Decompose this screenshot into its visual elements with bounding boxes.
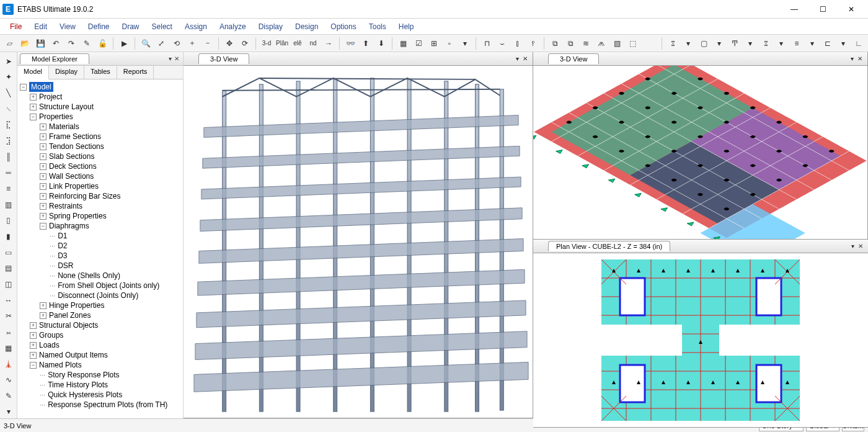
view-right-top-canvas[interactable] <box>533 66 867 239</box>
tree-named-output[interactable]: Named Output Items <box>39 350 108 360</box>
menu-view[interactable]: View <box>53 20 82 34</box>
collapse-icon[interactable]: − <box>30 114 37 120</box>
expand-icon[interactable]: + <box>30 342 37 349</box>
mode-icon[interactable]: ⫿ <box>511 37 525 50</box>
panel-dropdown-icon[interactable]: ▾ <box>169 55 172 62</box>
tree-deck-sections[interactable]: Deck Sections <box>49 161 97 171</box>
menu-assign[interactable]: Assign <box>179 20 213 34</box>
tree-loads[interactable]: Loads <box>39 340 60 350</box>
expand-icon[interactable]: + <box>30 94 37 101</box>
tree-properties[interactable]: Properties <box>39 112 73 122</box>
wall-icon[interactable]: ▧ <box>610 37 624 50</box>
tree-materials[interactable]: Materials <box>49 122 79 132</box>
rectbrace-icon[interactable]: ⣏ <box>2 119 16 132</box>
explorer-tab-display[interactable]: Display <box>49 66 84 79</box>
tree-link-properties[interactable]: Link Properties <box>49 181 99 191</box>
curve-icon[interactable]: ∿ <box>2 373 16 387</box>
tree-response-spectrum[interactable]: Response Spectrum Plots (from TH) <box>48 400 167 410</box>
model-explorer-tab[interactable]: Model Explorer <box>20 53 89 64</box>
tree-project[interactable]: Project <box>39 92 62 102</box>
expand-icon[interactable]: + <box>30 332 37 339</box>
channel-icon[interactable]: ⊏ <box>821 37 835 50</box>
beam-icon[interactable]: ═ <box>2 166 16 180</box>
menu-analyze[interactable]: Analyze <box>213 20 252 34</box>
opening-icon[interactable]: ▭ <box>2 246 16 259</box>
view-dd-icon[interactable]: ▾ <box>516 55 519 62</box>
undo-icon[interactable]: ↶ <box>49 37 63 50</box>
tree-d1[interactable]: D1 <box>58 231 67 241</box>
channel-dd-icon[interactable]: ▾ <box>836 37 850 50</box>
tree-named-plots[interactable]: Named Plots <box>39 360 82 370</box>
show-labels-icon[interactable]: ☑ <box>412 37 425 50</box>
tree-reinforcing-bar[interactable]: Reinforcing Bar Sizes <box>49 191 120 201</box>
paste-section-icon[interactable]: ⧉ <box>564 37 577 50</box>
zoom-out-icon[interactable]: － <box>201 37 215 50</box>
span-icon[interactable]: ≋ <box>579 37 593 50</box>
walls-icon[interactable]: ▮ <box>2 230 16 243</box>
second-icon[interactable]: ≡ <box>2 182 16 196</box>
box-dd-icon[interactable]: ▾ <box>712 37 726 50</box>
collapse-icon[interactable]: − <box>40 223 46 230</box>
floor-icon[interactable]: ▥ <box>2 198 16 212</box>
expand-icon[interactable]: + <box>30 322 37 329</box>
plate-sect-dd-icon[interactable]: ▾ <box>805 37 819 50</box>
tree-dsr[interactable]: DSR <box>58 261 73 271</box>
view-close-icon[interactable]: ✕ <box>523 55 528 62</box>
more-dd-icon[interactable]: ▾ <box>2 405 16 418</box>
angle-icon[interactable]: ∟ <box>852 37 866 50</box>
menu-help[interactable]: Help <box>392 20 420 34</box>
menu-options[interactable]: Options <box>324 20 362 34</box>
truss-icon[interactable]: ⩕ <box>595 37 608 50</box>
expand-icon[interactable]: + <box>40 312 46 319</box>
zoom-in-icon[interactable]: ＋ <box>185 37 199 50</box>
menu-define[interactable]: Define <box>82 20 116 34</box>
expand-icon[interactable]: + <box>40 302 46 309</box>
defl-icon[interactable]: ⌣ <box>495 37 509 50</box>
column-icon[interactable]: ║ <box>2 150 16 164</box>
expand-icon[interactable]: + <box>40 133 46 140</box>
expand-icon[interactable]: + <box>40 124 46 130</box>
menu-file[interactable]: File <box>4 20 28 34</box>
graph-icon[interactable]: ⫯ <box>526 37 540 50</box>
arrow-right-icon[interactable]: → <box>322 37 335 50</box>
tee-icon[interactable]: Ͳ <box>728 37 742 50</box>
line2-icon[interactable]: ⟍ <box>2 102 16 116</box>
reshape-icon[interactable]: ✦ <box>2 71 16 84</box>
minimize-button[interactable]: — <box>780 0 808 19</box>
tree-tendon-sections[interactable]: Tendon Sections <box>49 142 104 151</box>
join-icon[interactable]: ⨝ <box>2 325 16 339</box>
plate-sect-icon[interactable]: ≡ <box>790 37 804 50</box>
zoom-previous-icon[interactable]: ⟲ <box>170 37 184 50</box>
panel-close-icon[interactable]: ✕ <box>174 55 179 62</box>
expand-icon[interactable]: + <box>40 143 46 150</box>
wall-draw-icon[interactable]: ▯ <box>2 214 16 228</box>
up-icon[interactable]: ⬆ <box>359 37 373 50</box>
tree-wall-sections[interactable]: Wall Sections <box>49 171 94 181</box>
menu-select[interactable]: Select <box>146 20 179 34</box>
dim-icon[interactable]: ↔ <box>2 294 16 307</box>
tree-hinge-properties[interactable]: Hinge Properties <box>49 300 104 310</box>
grid-icon[interactable]: ▦ <box>2 341 16 355</box>
view-close-icon[interactable]: ✕ <box>857 55 862 62</box>
view-left-tab[interactable]: 3-D View <box>198 53 249 64</box>
tree-time-history[interactable]: Time History Plots <box>48 380 108 390</box>
tower-icon[interactable]: 🗼 <box>2 357 16 371</box>
view-close-icon[interactable]: ✕ <box>858 243 863 250</box>
expand-icon[interactable]: + <box>40 213 46 220</box>
expand-icon[interactable]: + <box>40 183 46 190</box>
break-icon[interactable]: ✂ <box>2 310 16 323</box>
isection-dd-icon[interactable]: ▾ <box>774 37 788 50</box>
show-dims-icon[interactable]: ▫ <box>443 37 456 50</box>
view-plan-button[interactable]: Plân <box>275 37 289 50</box>
tree-diaphragms[interactable]: Diaphragms <box>49 221 89 231</box>
menu-tools[interactable]: Tools <box>363 20 392 34</box>
tree-from-shell[interactable]: From Shell Object (Joints only) <box>58 281 159 290</box>
ibeam-dd-icon[interactable]: ▾ <box>681 37 695 50</box>
frame-icon[interactable]: ⊓ <box>480 37 494 50</box>
edit-icon[interactable]: ✎ <box>80 37 94 50</box>
collapse-icon[interactable]: − <box>20 84 27 91</box>
explorer-tab-reports[interactable]: Reports <box>117 66 154 79</box>
rectbrace2-icon[interactable]: ⣹ <box>2 134 16 148</box>
new-file-icon[interactable]: ▱ <box>2 37 16 50</box>
view-right-bottom-canvas[interactable] <box>533 253 868 427</box>
